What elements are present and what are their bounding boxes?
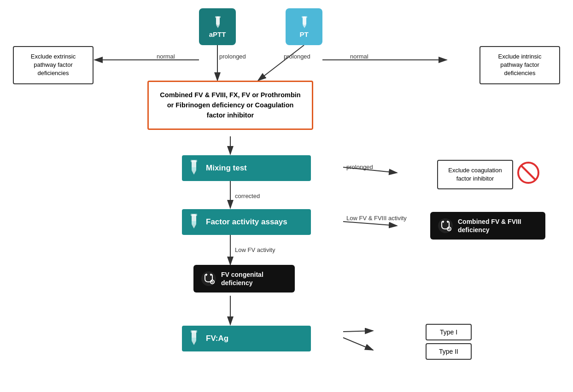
svg-line-34: [521, 165, 536, 180]
aptt-tube: aPTT: [199, 8, 236, 45]
fvag-tube-icon: [187, 331, 201, 346]
exclude-extrinsic-box: Exclude extrinsic pathway factor deficie…: [13, 46, 94, 84]
svg-marker-26: [192, 224, 196, 228]
factor-tube-icon: [187, 215, 201, 229]
no-symbol-icon: [517, 161, 540, 184]
svg-rect-23: [191, 160, 197, 162]
svg-rect-20: [302, 16, 307, 18]
fvag-row: FV:Ag: [182, 325, 311, 352]
label-prolonged2: prolonged: [284, 53, 310, 60]
exclude-coag-box: Exclude coagulation factor inhibitor: [437, 160, 513, 189]
steth-fv-icon: [201, 270, 216, 287]
svg-rect-32: [192, 338, 196, 341]
svg-point-35: [438, 218, 453, 233]
diag-fv-box: FV congenital deficiency: [193, 265, 295, 293]
svg-marker-22: [192, 170, 196, 175]
svg-rect-24: [192, 167, 196, 170]
fvag-box: FV:Ag: [182, 326, 311, 351]
svg-rect-27: [191, 214, 197, 216]
diag-combined-box: Combined FV & FVIII deficiency: [430, 212, 545, 240]
pt-tube: PT: [286, 8, 322, 45]
label-low-fv-fviii: Low FV & FVIII activity: [346, 215, 407, 222]
label-prolonged-mix: prolonged: [346, 164, 373, 170]
center-diagnosis-box: Combined FV & FVIII, FX, FV or Prothromb…: [147, 81, 313, 130]
svg-marker-30: [192, 341, 196, 345]
svg-line-6: [276, 45, 304, 78]
factor-assays-row: Factor activity assays: [182, 208, 311, 236]
label-corrected: corrected: [235, 193, 260, 199]
type-i-box: Type I: [426, 324, 472, 340]
svg-marker-19: [303, 25, 306, 28]
label-prolonged1: prolonged: [219, 53, 246, 60]
svg-line-13: [343, 331, 373, 332]
svg-line-14: [343, 338, 373, 350]
svg-line-10: [343, 222, 397, 226]
label-normal1: normal: [157, 53, 175, 60]
label-normal2: normal: [350, 53, 368, 60]
exclude-intrinsic-box: Exclude intrinsic pathway factor deficie…: [479, 46, 560, 84]
mixing-test-row: Mixing test: [182, 154, 311, 182]
steth-combined-icon: [438, 217, 453, 234]
factor-assays-box: Factor activity assays: [182, 209, 311, 235]
svg-marker-16: [216, 25, 220, 28]
svg-line-3: [258, 45, 304, 81]
type-ii-box: Type II: [426, 343, 472, 360]
mixing-tube-icon: [187, 161, 201, 176]
svg-rect-31: [191, 330, 197, 333]
svg-rect-28: [192, 221, 196, 224]
svg-rect-17: [215, 16, 221, 18]
svg-point-44: [212, 281, 213, 283]
svg-point-42: [201, 271, 216, 286]
mixing-test-box: Mixing test: [182, 155, 311, 181]
label-low-fv: Low FV activity: [235, 246, 275, 253]
svg-point-37: [449, 228, 450, 230]
